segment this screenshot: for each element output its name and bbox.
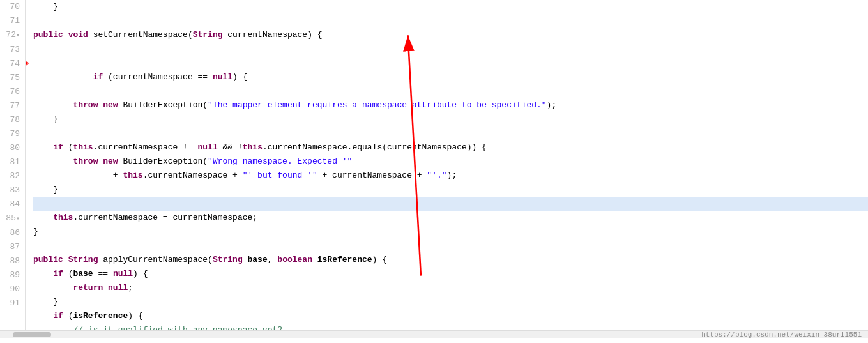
- horizontal-scrollbar[interactable]: https://blog.csdn.net/weixin_38url1551: [0, 330, 868, 338]
- code-line-81: [33, 197, 868, 211]
- line-num-78: 78: [5, 113, 20, 127]
- fold-icon-85[interactable]: ▾: [16, 215, 20, 222]
- editor-container: 70 71 72▾ 73 74 75 76 77 78 79 80 81 82 …: [0, 0, 868, 343]
- line-num-81: 81: [5, 155, 20, 169]
- line-numbers: 70 71 72▾ 73 74 75 76 77 78 79 80 81 82 …: [0, 0, 26, 330]
- code-line-90: // is it qualified with any namespace ye…: [33, 323, 868, 330]
- scrollbar-thumb[interactable]: [13, 332, 51, 337]
- code-content: } public void setCurrentNamespace(String…: [26, 0, 868, 330]
- line-num-80: 80: [5, 141, 20, 155]
- code-line-82: this.currentNamespace = currentNamespace…: [33, 211, 868, 225]
- line-num-70: 70: [5, 0, 20, 14]
- code-line-76: [33, 126, 868, 141]
- line-num-86: 86: [5, 226, 20, 240]
- line-num-82: 82: [5, 169, 20, 183]
- line-num-83: 83: [5, 183, 20, 197]
- code-line-84: [33, 239, 868, 253]
- line-num-90: 90: [5, 282, 20, 296]
- code-line-78: throw new BuilderException("Wrong namesp…: [33, 155, 868, 169]
- error-indicator-73: ◈: [26, 56, 29, 70]
- code-line-80: }: [33, 183, 868, 197]
- code-line-72: public void setCurrentNamespace(String c…: [33, 28, 868, 42]
- code-line-86: if (base == null) {: [33, 267, 868, 281]
- code-line-83: }: [33, 225, 868, 239]
- code-line-71: [33, 14, 868, 28]
- line-num-75: 75: [5, 71, 20, 85]
- line-num-77: 77: [5, 99, 20, 113]
- code-line-73: ◈ if (currentNamespace == null) {: [33, 42, 868, 98]
- line-num-74: 74: [5, 57, 20, 71]
- line-num-72: 72▾: [5, 28, 20, 43]
- line-num-85: 85▾: [5, 211, 20, 226]
- line-num-91: 91: [5, 296, 20, 310]
- code-line-74: throw new BuilderException("The mapper e…: [33, 98, 868, 112]
- line-num-79: 79: [5, 127, 20, 141]
- line-num-84: 84: [5, 197, 20, 211]
- line-num-76: 76: [5, 85, 20, 99]
- fold-icon-72[interactable]: ▾: [16, 32, 20, 39]
- code-line-77: if (this.currentNamespace != null && !th…: [33, 141, 868, 155]
- line-num-73: 73: [5, 43, 20, 57]
- line-num-71: 71: [5, 14, 20, 28]
- code-line-87: return null;: [33, 281, 868, 295]
- code-line-75: }: [33, 112, 868, 126]
- code-line-88: }: [33, 295, 868, 309]
- code-line-89: if (isReference) {: [33, 309, 868, 323]
- code-line-70: }: [33, 0, 868, 14]
- code-line-85: public String applyCurrentNamespace(Stri…: [33, 253, 868, 267]
- line-num-88: 88: [5, 254, 20, 268]
- line-num-87: 87: [5, 240, 20, 254]
- url-display: https://blog.csdn.net/weixin_38url1551: [701, 331, 868, 339]
- code-area: 70 71 72▾ 73 74 75 76 77 78 79 80 81 82 …: [0, 0, 868, 330]
- code-line-79: + this.currentNamespace + "' but found '…: [33, 169, 868, 183]
- line-num-89: 89: [5, 268, 20, 282]
